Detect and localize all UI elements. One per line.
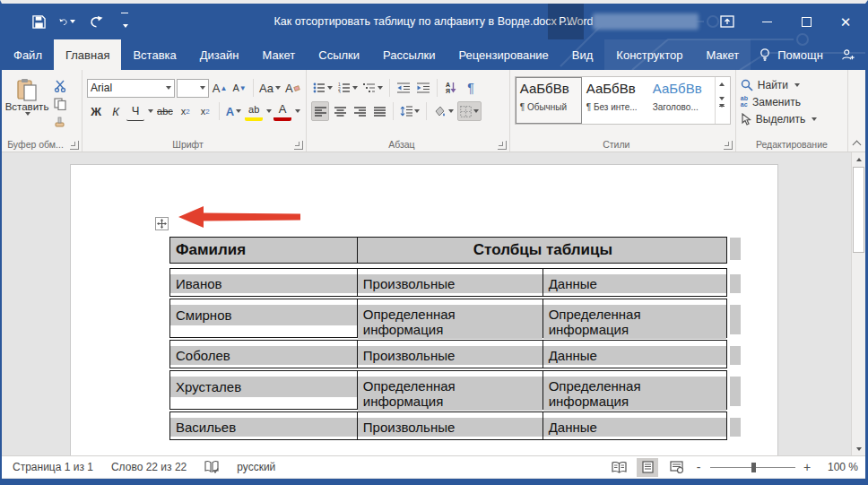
text-effects-button[interactable]: А [224, 101, 243, 121]
table-row[interactable]: Хрусталев Определенная информация Опреде… [169, 370, 727, 410]
proofing-icon[interactable] [204, 461, 219, 473]
select-button[interactable]: Выделить [741, 110, 843, 127]
justify-button[interactable] [370, 101, 388, 121]
scroll-down-icon[interactable] [852, 442, 865, 455]
numbering-button[interactable]: 123 [336, 78, 360, 98]
table-header-row[interactable]: Фамилия Столбцы таблицы [169, 237, 727, 264]
word-table[interactable]: Фамилия Столбцы таблицы Иванов Произволь… [169, 237, 727, 442]
tab-references[interactable]: Ссылки [307, 39, 371, 70]
cut-icon[interactable] [51, 78, 69, 93]
underline-button[interactable]: Ч [126, 101, 144, 121]
styles-group: АаБбВв ¶ Обычный АаБбВв ¶ Без инте... Аа… [510, 70, 736, 152]
replace-button[interactable]: abac Заменить [741, 93, 843, 110]
text-highlight-button[interactable]: ab [245, 101, 263, 121]
bold-button[interactable]: Ж [87, 101, 105, 121]
undo-dropdown-icon[interactable] [70, 20, 75, 23]
zoom-slider-track[interactable] [710, 467, 795, 468]
align-left-button[interactable] [311, 101, 329, 121]
line-spacing-button[interactable] [398, 101, 421, 121]
clipboard-dialog-launcher-icon[interactable] [70, 141, 79, 150]
tab-table-design[interactable]: Конструктор [604, 39, 694, 70]
tab-file[interactable]: Файл [2, 39, 54, 70]
zoom-level[interactable]: 100 % [819, 461, 858, 473]
paste-button[interactable]: Вставить [6, 76, 48, 136]
format-painter-icon[interactable] [51, 114, 69, 129]
read-mode-button[interactable] [608, 458, 629, 477]
sort-button[interactable]: АЯ [442, 78, 460, 98]
style-heading[interactable]: АаБбВв Заголово... [648, 77, 715, 124]
underline-dropdown-icon[interactable] [148, 109, 153, 113]
user-badge[interactable]: Р... [548, 4, 584, 39]
tab-design[interactable]: Дизайн [188, 39, 251, 70]
close-button[interactable]: ✕ [826, 4, 865, 39]
style-normal[interactable]: АаБбВв ¶ Обычный [516, 77, 582, 124]
scroll-up-icon[interactable] [852, 152, 865, 166]
tab-table-layout[interactable]: Макет [694, 39, 751, 70]
increase-indent-button[interactable] [414, 78, 432, 98]
minimize-button[interactable] [747, 4, 786, 39]
font-color-button[interactable]: А [273, 101, 291, 121]
shrink-font-button[interactable]: А▼ [230, 78, 248, 98]
shading-button[interactable] [431, 101, 456, 121]
styles-scroll-up-icon[interactable] [716, 77, 728, 91]
save-icon[interactable] [30, 13, 47, 30]
show-marks-button[interactable]: ¶ [462, 78, 480, 98]
bullets-button[interactable] [311, 78, 334, 98]
ribbon-display-options-icon[interactable] [707, 4, 747, 39]
table-row[interactable]: Смирнов Определенная информация Определе… [169, 299, 727, 338]
collapse-ribbon-button[interactable] [848, 70, 865, 152]
cell-col2: Произвольные [358, 274, 542, 293]
tab-home[interactable]: Главная [54, 39, 121, 70]
zoom-in-button[interactable]: + [803, 460, 812, 474]
font-color-dropdown-icon[interactable] [295, 109, 300, 113]
page-count[interactable]: Страница 1 из 1 [13, 461, 93, 473]
table-row[interactable]: Иванов Произвольные Данные [169, 268, 727, 297]
zoom-slider-thumb[interactable] [751, 463, 756, 472]
styles-dialog-launcher-icon[interactable] [724, 141, 733, 150]
font-dialog-launcher-icon[interactable] [294, 141, 303, 150]
maximize-button[interactable] [786, 4, 826, 39]
document-page[interactable]: Фамилия Столбцы таблицы Иванов Произволь… [70, 164, 778, 455]
tab-mailings[interactable]: Рассылки [371, 39, 447, 70]
align-right-button[interactable] [351, 101, 369, 121]
copy-icon[interactable] [51, 96, 69, 111]
tab-layout[interactable]: Макет [250, 39, 307, 70]
share-button[interactable] [834, 48, 863, 62]
language-indicator[interactable]: русский [237, 461, 275, 473]
superscript-button[interactable]: x2 [196, 101, 214, 121]
word-count[interactable]: Слово 22 из 22 [111, 461, 187, 473]
zoom-out-button[interactable]: - [694, 460, 703, 474]
print-layout-button[interactable] [637, 458, 658, 477]
italic-button[interactable]: К [107, 101, 125, 121]
table-move-handle[interactable] [155, 217, 169, 230]
tab-review[interactable]: Рецензирование [447, 39, 560, 70]
strikethrough-button[interactable]: abc [155, 101, 175, 121]
font-size-combo[interactable] [177, 79, 209, 98]
tell-me-button[interactable]: Помощн [751, 48, 830, 62]
highlight-dropdown-icon[interactable] [266, 109, 272, 113]
change-case-button[interactable]: Aa [258, 78, 282, 98]
decrease-indent-button[interactable] [395, 78, 412, 98]
style-no-spacing[interactable]: АаБбВв ¶ Без инте... [582, 77, 648, 124]
paste-dropdown-icon[interactable] [25, 112, 30, 116]
borders-button[interactable] [457, 101, 482, 121]
vertical-scrollbar[interactable] [851, 152, 865, 455]
subscript-button[interactable]: x2 [177, 101, 195, 121]
font-name-combo[interactable]: Arial [87, 79, 175, 98]
align-center-button[interactable] [331, 101, 349, 121]
grow-font-button[interactable]: А▲ [211, 78, 229, 98]
tab-insert[interactable]: Вставка [121, 39, 187, 70]
multilevel-list-button[interactable] [361, 78, 385, 98]
table-row[interactable]: Соболев Произвольные Данные [169, 340, 727, 368]
styles-more-icon[interactable] [716, 106, 728, 124]
find-button[interactable]: Найти [741, 76, 843, 93]
table-row[interactable]: Васильев Произвольные Данные [169, 411, 727, 440]
clear-formatting-button[interactable]: А [283, 78, 301, 98]
redo-icon[interactable] [88, 13, 104, 30]
paragraph-dialog-launcher-icon[interactable] [498, 141, 507, 150]
tab-view[interactable]: Вид [560, 39, 605, 70]
undo-icon[interactable] [59, 13, 75, 30]
scrollbar-thumb[interactable] [853, 167, 864, 253]
web-layout-button[interactable] [665, 458, 687, 477]
qat-customize-icon[interactable] [117, 13, 133, 30]
